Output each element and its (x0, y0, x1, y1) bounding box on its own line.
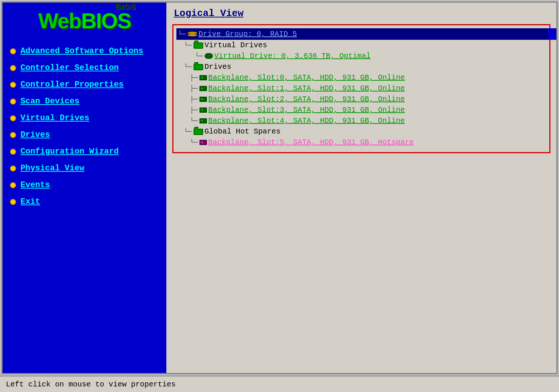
status-message: Left click on mouse to view properties (6, 380, 176, 389)
drive-slot0-icon (199, 75, 207, 80)
sidebar-item-label: Virtual Drives (20, 113, 89, 123)
page-title: Logical View (166, 3, 556, 22)
drive-slot0-label[interactable]: Backplane, Slot:0, SATA, HDD, 931 GB, On… (208, 73, 405, 82)
tree-connector: ├─ (190, 74, 198, 81)
drive-slot2-row[interactable]: ├─ Backplane, Slot:2, SATA, HDD, 931 GB,… (176, 94, 548, 105)
sidebar: WebBIOS BIOS Advanced Software Options C… (3, 3, 166, 373)
folder-icon (194, 42, 203, 49)
sidebar-item-drives[interactable]: Drives (3, 126, 166, 143)
hotspare-slot5-icon (199, 140, 207, 145)
sidebar-item-label: Advanced Software Options (20, 46, 143, 56)
nav-dot (10, 182, 16, 188)
nav-dot (10, 166, 16, 171)
sidebar-item-controller-properties[interactable]: Controller Properties (3, 76, 166, 93)
hot-spares-folder-icon (194, 129, 203, 135)
tree-connector: └─ (195, 52, 203, 60)
global-hot-spares-label: Global Hot Spares (205, 127, 281, 136)
tree-connector: └─ (190, 139, 198, 146)
nav-dot (10, 199, 16, 205)
sidebar-item-label: Configuration Wizard (20, 147, 119, 156)
blue-extend (548, 28, 558, 40)
sidebar-item-label: Controller Properties (20, 80, 124, 89)
nav-dot (10, 82, 16, 88)
sidebar-item-configuration-wizard[interactable]: Configuration Wizard (3, 143, 166, 160)
sidebar-item-virtual-drives[interactable]: Virtual Drives (3, 110, 166, 126)
nav-dot (10, 48, 16, 54)
drive-slot4-label[interactable]: Backplane, Slot:4, SATA, HDD, 931 GB, On… (208, 116, 405, 125)
sidebar-item-label: Exit (20, 197, 40, 206)
drive-slot1-label[interactable]: Backplane, Slot:1, SATA, HDD, 931 GB, On… (208, 84, 405, 93)
virtual-drives-folder-row[interactable]: └─ Virtual Drives (176, 40, 548, 51)
drive-slot3-icon (199, 107, 207, 113)
logical-view-panel: └─ Drive Group: 0, RAID 5 └─ Virtual Dri… (172, 24, 550, 153)
status-bar: Left click on mouse to view properties (0, 376, 559, 392)
drive-group-icon (188, 32, 197, 36)
nav-dot (10, 115, 16, 121)
tree-connector: ├─ (190, 85, 198, 92)
virtual-drive-icon (205, 53, 213, 59)
tree-connector: ├─ (190, 96, 198, 103)
tree-connector: └─ (184, 128, 192, 135)
drive-slot3-label[interactable]: Backplane, Slot:3, SATA, HDD, 931 GB, On… (208, 106, 405, 114)
nav-dot (10, 65, 16, 71)
nav-dot (10, 132, 16, 138)
drive-group-label[interactable]: Drive Group: 0, RAID 5 (199, 30, 297, 38)
drive-slot2-label[interactable]: Backplane, Slot:2, SATA, HDD, 931 GB, On… (208, 95, 405, 103)
main-content: Logical View └─ Drive Group: 0, RAID 5 └… (166, 3, 556, 373)
drives-folder-row[interactable]: └─ Drives (176, 61, 548, 72)
bios-overlay-text: BIOS (115, 3, 136, 10)
drive-slot0-row[interactable]: ├─ Backplane, Slot:0, SATA, HDD, 931 GB,… (176, 72, 548, 83)
sidebar-item-exit[interactable]: Exit (3, 193, 166, 210)
drive-slot2-icon (199, 97, 207, 102)
sidebar-item-label: Drives (20, 130, 50, 139)
sidebar-item-label: Events (20, 180, 50, 190)
tree-connector: └─ (178, 30, 186, 38)
logo-text: WebBIOS BIOS (38, 10, 131, 32)
virtual-drive-label[interactable]: Virtual Drive: 0, 3.636 TB, Optimal (214, 52, 371, 60)
tree-connector: └─ (184, 63, 192, 71)
drives-folder-label: Drives (205, 62, 231, 71)
virtual-drives-folder-label: Virtual Drives (205, 41, 267, 49)
drive-slot1-icon (199, 86, 207, 91)
hotspare-slot5-label[interactable]: Backplane, Slot:5, SATA, HDD, 931 GB, Ho… (208, 138, 414, 147)
sidebar-item-label: Controller Selection (20, 63, 119, 73)
tree-connector: ├─ (190, 106, 198, 114)
drives-folder-icon (194, 64, 203, 70)
nav-dot (10, 149, 16, 155)
nav-dot (10, 99, 16, 105)
tree-connector: └─ (184, 42, 192, 49)
hotspare-slot5-row[interactable]: └─ Backplane, Slot:5, SATA, HDD, 931 GB,… (176, 137, 548, 148)
drive-slot4-row[interactable]: └─ Backplane, Slot:4, SATA, HDD, 931 GB,… (176, 115, 548, 126)
drive-slot3-row[interactable]: ├─ Backplane, Slot:3, SATA, HDD, 931 GB,… (176, 105, 548, 115)
tree-connector: └─ (190, 117, 198, 125)
sidebar-item-physical-view[interactable]: Physical View (3, 160, 166, 177)
drive-slot4-icon (199, 118, 207, 123)
sidebar-item-controller-selection[interactable]: Controller Selection (3, 60, 166, 76)
sidebar-item-scan-devices[interactable]: Scan Devices (3, 93, 166, 110)
sidebar-item-label: Physical View (20, 164, 84, 173)
drive-slot1-row[interactable]: ├─ Backplane, Slot:1, SATA, HDD, 931 GB,… (176, 83, 548, 94)
logo-wrapper: WebBIOS BIOS (38, 10, 131, 32)
sidebar-item-label: Scan Devices (20, 97, 79, 106)
logo-area: WebBIOS BIOS (3, 6, 166, 43)
drive-group-row[interactable]: └─ Drive Group: 0, RAID 5 (176, 28, 548, 40)
global-hot-spares-folder-row[interactable]: └─ Global Hot Spares (176, 126, 548, 137)
sidebar-item-advanced-software-options[interactable]: Advanced Software Options (3, 43, 166, 60)
sidebar-item-events[interactable]: Events (3, 177, 166, 193)
virtual-drive-item-row[interactable]: └─ Virtual Drive: 0, 3.636 TB, Optimal (176, 51, 548, 61)
